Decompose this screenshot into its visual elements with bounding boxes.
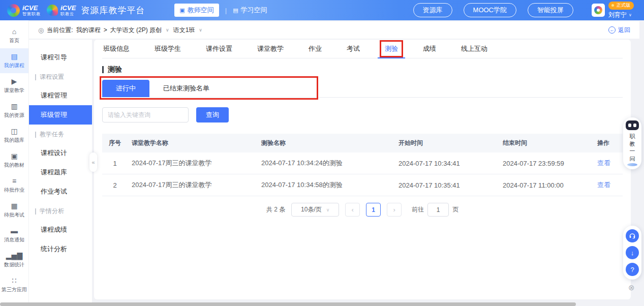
courses-icon: ▤ <box>11 53 17 60</box>
version-badge-label: 正式版 <box>617 2 630 9</box>
chevron-down-icon[interactable]: ∨ <box>166 27 169 33</box>
back-button[interactable]: ← 返回 <box>608 26 630 35</box>
icve-swirl-logo-icon <box>7 4 20 17</box>
cell-teaching-name: 2024-07-17周三的课堂教学 <box>128 174 257 196</box>
user-menu[interactable]: 刘育宁 ∨ <box>608 11 632 19</box>
sidebar-item-home[interactable]: ⌂ 首页 <box>0 23 28 48</box>
platform-title: 资源库教学平台 <box>81 5 145 16</box>
sidebar-item-classroom-teaching[interactable]: ▶ 课堂教学 <box>0 73 28 98</box>
sidebar-item-my-resources[interactable]: ▥ 我的资源 <box>0 98 28 123</box>
tab-label: 成绩 <box>422 44 437 53</box>
header-nav: 资源库 MOOC学院 智能投屏 <box>413 3 573 17</box>
breadcrumb-root[interactable]: 我的课程 <box>76 26 101 35</box>
column-header-end-time: 结束时间 <box>499 134 593 152</box>
assistant-label: 职教一问 <box>629 133 636 162</box>
search-button[interactable]: 查询 <box>196 107 229 123</box>
sidebar-item-third-party-apps[interactable]: ∷ 第三方应用 <box>0 272 28 297</box>
tab-exam[interactable]: 考试 <box>346 40 361 58</box>
teacher-space-label: 教师空间 <box>188 6 214 15</box>
tab-quiz[interactable]: 测验 <box>384 40 399 58</box>
next-page-button[interactable]: › <box>387 203 402 217</box>
sidebar-item-my-courses[interactable]: ▤ 我的课程 <box>0 48 28 73</box>
logo-primary-sub: 智慧职教 <box>22 12 41 16</box>
classroom-teaching-icon: ▶ <box>12 78 17 85</box>
help-button[interactable]: ? <box>626 263 639 276</box>
sidebar-item-textbooks[interactable]: ▣ 我的教材 <box>0 148 28 173</box>
tab-label: 班级学生 <box>154 44 182 53</box>
goto-page: 前往 页 <box>412 203 458 217</box>
submenu-item-course-management[interactable]: 课程管理 <box>29 86 92 105</box>
learning-space-icon: ▤ <box>233 8 238 13</box>
version-badge: 正式版 <box>608 2 634 10</box>
submenu-item-course-guide[interactable]: 课程引导 <box>29 48 92 67</box>
breadcrumb-class[interactable]: 语文1班 <box>173 26 195 35</box>
avatar[interactable] <box>592 4 605 17</box>
breadcrumb-course[interactable]: 大学语文 (2P) 原创 <box>110 26 162 35</box>
submenu-item-class-management[interactable]: 班级管理 <box>29 105 92 125</box>
submenu-item-homework-exam[interactable]: 作业考试 <box>29 182 92 201</box>
page-size-select[interactable]: 10条/页 ∨ <box>291 203 339 217</box>
chevron-down-icon: ∨ <box>629 13 632 17</box>
submenu-item-course-grades[interactable]: 课程成绩 <box>29 220 92 239</box>
sidebar-item-label: 我的课程 <box>4 62 24 69</box>
page-number-button[interactable]: 1 <box>366 203 381 217</box>
customer-service-button[interactable] <box>626 229 639 242</box>
tab-class-info[interactable]: 班级信息 <box>102 40 131 58</box>
tab-label: 课件设置 <box>205 44 233 53</box>
bar-chart-icon: ▂▅▇ <box>6 252 22 259</box>
floating-toolbar: ↓ ? <box>623 226 641 280</box>
cell-index: 2 <box>102 174 128 196</box>
sidebar-item-statistics[interactable]: ▂▅▇ 数据统计 <box>0 248 28 272</box>
mooc-academy-button[interactable]: MOOC学院 <box>464 3 516 17</box>
breadcrumb-location-label: 当前位置: <box>47 26 73 35</box>
submenu-item-course-question-bank[interactable]: 课程题库 <box>29 163 92 182</box>
sidebar-item-notifications[interactable]: ▬ 消息通知 <box>0 223 28 248</box>
search-input[interactable] <box>102 107 189 123</box>
subtab-finished-list[interactable]: 已结束测验名单 <box>149 80 223 97</box>
tab-online-interaction[interactable]: 线上互动 <box>460 40 488 58</box>
user-block: 正式版 刘育宁 ∨ <box>592 2 634 19</box>
goto-page-input[interactable] <box>427 203 449 217</box>
submenu-item-course-design[interactable]: 课程设计 <box>29 143 92 163</box>
sidebar-item-label: 待批作业 <box>4 187 24 194</box>
main-content: 班级信息 班级学生 课件设置 课堂教学 作业 考试 测验 成绩 线上互动 测验 … <box>94 40 631 299</box>
sidebar-item-label: 第三方应用 <box>2 286 27 293</box>
horizontal-scrollbar[interactable] <box>0 302 576 306</box>
prev-page-button[interactable]: ‹ <box>345 203 360 217</box>
quiz-section-title: 测验 <box>102 65 623 74</box>
cell-quiz-name: 2024-07-17 10:34:58的测验 <box>257 174 394 196</box>
tab-classroom-teaching[interactable]: 课堂教学 <box>256 40 285 58</box>
avatar-logo-icon <box>594 6 602 14</box>
breadcrumb: ◎ 当前位置: 我的课程 > 大学语文 (2P) 原创 ∨ 语文1班 ∨ ← 返… <box>29 21 639 39</box>
teacher-space-button[interactable]: ▣ 教师空间 <box>174 4 219 17</box>
pending-exam-icon: ▦ <box>11 202 17 209</box>
quiz-subtabs: 进行中 已结束测验名单 <box>102 80 623 98</box>
top-header: iCVE 智慧职教 iCVE 职教云 资源库教学平台 ▣ 教师空间 | ▤ 学习… <box>0 0 644 20</box>
sidebar-item-question-bank[interactable]: ◫ 我的题库 <box>0 123 28 148</box>
sidebar-collapse-handle[interactable]: « <box>89 152 97 172</box>
subtab-in-progress[interactable]: 进行中 <box>102 80 149 97</box>
page-size-value: 10条/页 <box>301 205 322 214</box>
learning-space-button[interactable]: ▤ 学习空间 <box>233 6 267 15</box>
tab-homework[interactable]: 作业 <box>308 40 323 58</box>
sidebar-item-pending-exams[interactable]: ▦ 待批考试 <box>0 198 28 223</box>
tab-courseware-settings[interactable]: 课件设置 <box>205 40 233 58</box>
tab-grades[interactable]: 成绩 <box>422 40 437 58</box>
smart-casting-button[interactable]: 智能投屏 <box>528 3 573 17</box>
learning-space-label: 学习空间 <box>241 6 267 15</box>
download-button[interactable]: ↓ <box>626 246 639 259</box>
logo-primary: iCVE 智慧职教 <box>22 5 41 16</box>
resource-library-button[interactable]: 资源库 <box>413 3 452 17</box>
view-link[interactable]: 查看 <box>597 159 610 167</box>
chevron-down-icon[interactable]: ∨ <box>199 27 202 33</box>
logo-primary-brand: iCVE <box>22 5 41 11</box>
table-row: 2 2024-07-17周三的课堂教学 2024-07-17 10:34:58的… <box>102 174 623 196</box>
view-link[interactable]: 查看 <box>597 181 610 189</box>
sidebar-item-label: 首页 <box>9 37 19 44</box>
submenu-item-statistical-analysis[interactable]: 统计分析 <box>29 239 92 259</box>
quiz-table: 序号 课堂教学名称 测验名称 开始时间 结束时间 操作 1 2024-07-17… <box>102 134 623 196</box>
assistant-widget[interactable]: 职教一问 <box>623 117 641 169</box>
close-toolbar-button[interactable]: ⊗ <box>628 283 635 292</box>
tab-class-students[interactable]: 班级学生 <box>154 40 182 58</box>
sidebar-item-pending-homework[interactable]: ≡ 待批作业 <box>0 173 28 198</box>
